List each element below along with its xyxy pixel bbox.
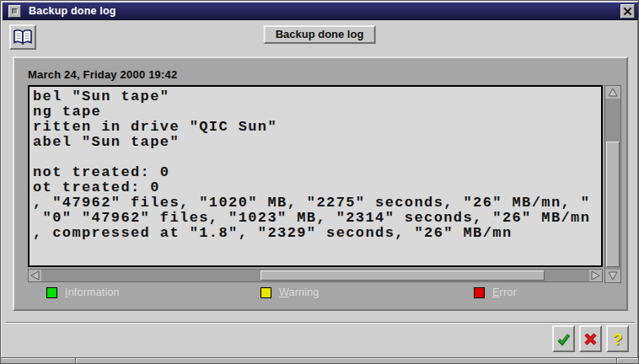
arrow-up-icon	[608, 88, 618, 97]
arrow-left-icon	[30, 270, 40, 281]
scroll-left-button[interactable]	[29, 270, 41, 281]
close-button[interactable]	[620, 4, 635, 19]
check-icon	[556, 332, 571, 346]
ok-button[interactable]	[552, 325, 575, 352]
legend-error-label: Error	[492, 286, 517, 298]
window-menu-button[interactable]	[8, 5, 21, 18]
log-book-button[interactable]	[9, 24, 36, 50]
view-title-button[interactable]: Backup done log	[264, 25, 376, 44]
log-text-area[interactable]: bel "Sun tape" ng tape ritten in drive "…	[28, 85, 603, 267]
log-line	[33, 150, 601, 165]
resize-notch	[75, 358, 76, 364]
error-swatch-icon	[474, 287, 485, 298]
resize-notch	[616, 358, 617, 364]
log-line: ritten in drive "QIC Sun"	[33, 120, 601, 135]
arrow-down-icon	[608, 271, 618, 281]
window-resize-frame[interactable]	[1, 357, 639, 364]
legend-warning-label: Warning	[279, 286, 320, 298]
log-line: ot treated: 0	[33, 180, 601, 195]
log-line: ng tape	[33, 104, 601, 120]
information-swatch-icon	[46, 287, 57, 298]
log-line: , "47962" files, "1020" MB, "2275" secon…	[33, 195, 601, 211]
question-icon: ?	[613, 331, 623, 347]
log-line: , compressed at "1.8", "2329" seconds, "…	[33, 226, 601, 241]
log-timestamp: March 24, Friday 2000 19:42	[28, 68, 177, 81]
scroll-up-button[interactable]	[605, 86, 620, 99]
horizontal-scroll-thumb[interactable]	[260, 270, 545, 281]
titlebar[interactable]: Backup done log	[3, 3, 638, 20]
open-book-icon	[13, 29, 33, 46]
legend-information[interactable]: Information	[46, 286, 120, 298]
backup-done-log-window: Backup done log Backup done log March 24…	[0, 0, 639, 364]
help-button[interactable]: ?	[606, 325, 629, 352]
scroll-down-button[interactable]	[605, 270, 620, 282]
warning-swatch-icon	[260, 287, 271, 298]
log-line: not treated: 0	[33, 165, 601, 180]
arrow-right-icon	[591, 270, 600, 281]
legend-warning[interactable]: Warning	[260, 286, 320, 298]
button-bar-separator	[6, 322, 635, 323]
log-panel: March 24, Friday 2000 19:42 bel "Sun tap…	[13, 56, 628, 311]
cross-icon	[583, 332, 598, 346]
legend-error[interactable]: Error	[474, 286, 517, 298]
log-line: bel "Sun tape"	[33, 89, 601, 104]
cancel-button[interactable]	[579, 325, 602, 352]
window-menu-icon	[12, 8, 18, 14]
close-icon	[623, 7, 632, 16]
log-line: abel "Sun tape"	[33, 135, 601, 150]
window-title: Backup done log	[29, 3, 116, 20]
scroll-right-button[interactable]	[589, 270, 602, 281]
log-line: "0" "47962" files, "1023" MB, "2314" sec…	[33, 211, 601, 226]
vertical-scrollbar[interactable]	[604, 85, 621, 283]
legend-information-label: Information	[65, 286, 120, 298]
horizontal-scrollbar[interactable]	[28, 269, 603, 282]
vertical-scroll-thumb[interactable]	[606, 142, 620, 267]
